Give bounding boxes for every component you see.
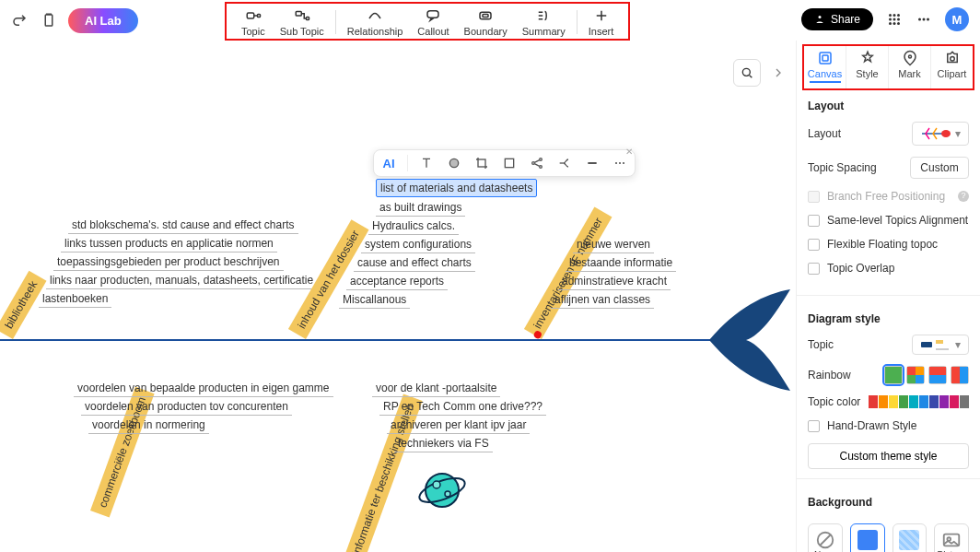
planet-clipart[interactable]	[416, 464, 468, 516]
clipboard-icon[interactable]	[41, 12, 57, 29]
color-swatch[interactable]	[889, 395, 898, 408]
canvas[interactable]: AI ✕ bibliotheekstd blokschema's. std ca…	[0, 41, 796, 552]
spacing-select[interactable]: Custom	[910, 157, 969, 179]
tool-callout-label: Callout	[417, 26, 449, 37]
node-branch-button[interactable]	[555, 154, 574, 172]
svg-rect-3	[296, 12, 301, 17]
leaf-node[interactable]: techniekers via FS	[394, 435, 493, 452]
tool-insert[interactable]: Insert	[581, 6, 622, 39]
leaf-node[interactable]: adminstratieve kracht	[558, 273, 671, 290]
leaf-node[interactable]: archiveren per klant ipv jaar	[387, 417, 530, 434]
same-level-checkbox[interactable]: Same-level Topics Alignment	[808, 214, 969, 227]
leaf-node[interactable]: list of materials and datasheets	[376, 179, 537, 197]
svg-point-17	[897, 22, 900, 25]
canvas-top-right	[733, 59, 787, 87]
tool-topic[interactable]: Topic	[234, 6, 273, 39]
tool-callout[interactable]: Callout	[410, 6, 456, 39]
node-text-button[interactable]	[417, 154, 436, 172]
leaf-node[interactable]: as built drawings	[376, 199, 465, 217]
bg-opt-picture[interactable]: Picture	[934, 523, 969, 552]
leaf-node[interactable]: links naar producten, manuals, datasheet…	[46, 272, 317, 289]
node-share-button[interactable]	[528, 154, 546, 172]
node-crop-button[interactable]	[472, 154, 491, 172]
tool-relationship-label: Relationship	[347, 26, 403, 37]
panel-collapse-icon[interactable]	[770, 65, 787, 81]
color-swatch[interactable]	[899, 395, 908, 408]
leaf-node[interactable]: lastenboeken	[39, 290, 111, 308]
redo-icon[interactable]	[11, 12, 28, 29]
layout-picker[interactable]: ▾	[912, 122, 969, 146]
svg-point-19	[923, 18, 926, 21]
svg-point-34	[445, 491, 450, 497]
tool-summary[interactable]: Summary	[515, 6, 573, 39]
svg-point-27	[540, 166, 542, 169]
color-swatch[interactable]	[909, 395, 918, 408]
background-section: Background	[797, 487, 980, 523]
flexible-checkbox[interactable]: Flexible Floating topoc	[808, 238, 969, 251]
node-shape-button[interactable]	[500, 154, 519, 172]
color-swatch[interactable]	[939, 395, 949, 408]
tool-subtopic-label: Sub Topic	[280, 26, 324, 37]
bg-opt-none[interactable]: None	[808, 523, 843, 552]
color-swatch[interactable]	[869, 395, 878, 408]
leaf-node[interactable]: aflijnen van classes	[551, 291, 654, 309]
node-style-button[interactable]	[445, 154, 463, 172]
leaf-node[interactable]: acceptance reports	[346, 273, 448, 290]
leaf-node[interactable]: cause and effect charts	[354, 254, 475, 272]
leaf-node[interactable]: Hydraulics calcs.	[368, 217, 459, 235]
node-ai-button[interactable]: AI	[379, 154, 398, 172]
search-button[interactable]	[733, 59, 761, 87]
toolbar-separator	[577, 10, 578, 34]
more-icon[interactable]	[916, 11, 932, 28]
svg-point-22	[449, 159, 458, 167]
svg-rect-1	[247, 13, 254, 18]
bg-opt-texture[interactable]: Textur	[892, 523, 928, 552]
overlap-checkbox[interactable]: Topic Overlap	[808, 262, 969, 275]
leaf-node[interactable]: RP en Tech Comm one drive???	[379, 398, 546, 416]
apps-icon[interactable]	[886, 11, 903, 28]
topic-style-picker[interactable]: ▾	[912, 335, 969, 355]
leaf-node[interactable]: std blokschema's. std cause and effect c…	[68, 217, 298, 234]
hand-drawn-checkbox[interactable]: Hand-Drawn Style	[808, 419, 969, 432]
color-swatch[interactable]	[879, 395, 888, 408]
rainbow-opt-1[interactable]	[884, 366, 903, 384]
leaf-node[interactable]: Miscallanous	[339, 291, 410, 309]
custom-theme-button[interactable]: Custom theme style	[808, 443, 969, 469]
same-level-label: Same-level Topics Alignment	[827, 214, 968, 227]
leaf-node[interactable]: system configurations	[361, 236, 475, 253]
leaf-node[interactable]: voordelen in normering	[88, 417, 209, 434]
svg-point-11	[897, 14, 900, 17]
color-swatch[interactable]	[950, 395, 959, 408]
rainbow-opt-4[interactable]	[951, 366, 969, 384]
node-line-button[interactable]	[583, 154, 601, 172]
rainbow-opt-3[interactable]	[928, 366, 947, 384]
avatar[interactable]: M	[945, 7, 969, 31]
color-swatch[interactable]	[929, 395, 939, 408]
leaf-node[interactable]: nieuwe werven	[573, 236, 654, 253]
color-swatch[interactable]	[960, 395, 969, 408]
share-button[interactable]: Share	[801, 8, 873, 30]
color-swatch[interactable]	[919, 395, 928, 408]
svg-rect-24	[505, 159, 513, 167]
tab-canvas[interactable]: Canvas	[804, 46, 846, 88]
rainbow-opt-2[interactable]	[906, 366, 925, 384]
svg-rect-0	[45, 15, 52, 26]
tab-clipart[interactable]: Clipart	[930, 46, 973, 88]
leaf-node[interactable]: voordelen van bepaalde producten in eige…	[74, 380, 333, 397]
tab-style[interactable]: Style	[846, 46, 888, 88]
leaf-node[interactable]: links tussen products en applicatie norm…	[61, 235, 277, 253]
topic-color-strip[interactable]	[869, 395, 969, 408]
bg-opt-color[interactable]: Color	[850, 523, 885, 552]
tab-mark[interactable]: Mark	[888, 46, 930, 88]
branch-free-checkbox: Branch Free Positioning?	[808, 190, 969, 203]
tool-boundary[interactable]: Boundary	[457, 6, 515, 39]
share-label: Share	[831, 13, 860, 26]
tool-relationship[interactable]: Relationship	[340, 6, 411, 39]
node-toolbar-close[interactable]: ✕	[625, 147, 638, 159]
tool-subtopic[interactable]: Sub Topic	[273, 6, 332, 39]
leaf-node[interactable]: voordelen van producten tov concurenten	[81, 398, 292, 416]
leaf-node[interactable]: voor de klant -portaalsite	[372, 380, 500, 397]
leaf-node[interactable]: toepassingsgebieden per product beschrij…	[53, 253, 284, 271]
ai-lab-button[interactable]: AI Lab	[68, 8, 138, 33]
leaf-node[interactable]: bestaande informatie	[566, 254, 676, 272]
